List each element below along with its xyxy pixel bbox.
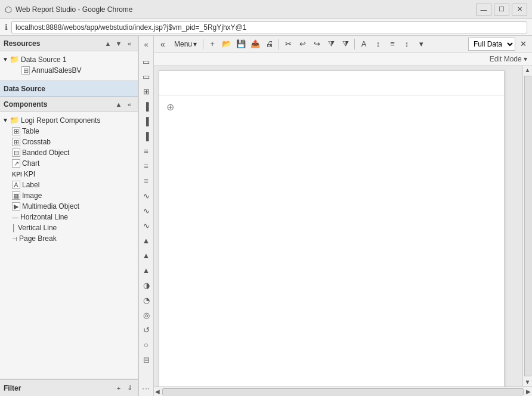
title-bar: ⬡ Web Report Studio - Google Chrome — ☐ …: [0, 0, 532, 19]
filter2-button[interactable]: ⧩: [339, 38, 352, 51]
toolbar-collapse-btn[interactable]: «: [156, 38, 169, 51]
component-hline-label: Horizontal Line: [20, 213, 68, 221]
component-hline[interactable]: — Horizontal Line: [0, 212, 138, 222]
component-banded-label: Banded Object: [22, 148, 69, 157]
vertical-scrollbar[interactable]: ▲ ▼: [522, 66, 532, 386]
component-table[interactable]: ⊞ Table: [0, 126, 138, 137]
filter1-button[interactable]: ⧩: [324, 38, 338, 51]
tool-refresh1-icon[interactable]: ↺: [139, 323, 153, 337]
print-button[interactable]: 🖨: [263, 38, 276, 51]
undo-button[interactable]: ↩: [296, 38, 309, 51]
save-button[interactable]: 💾: [234, 38, 248, 51]
components-tree: ▼ 📁 Logi Report Components ⊞ Table ⊞ Cro…: [0, 112, 138, 379]
tool-list1-icon[interactable]: ≡: [139, 144, 153, 158]
tool-bar3-icon[interactable]: ▐: [139, 129, 153, 143]
tool-area2-icon[interactable]: ▲: [139, 248, 153, 262]
tool-page-icon[interactable]: ▭: [139, 54, 153, 69]
annual-sales-item[interactable]: ⊞ AnnualSalesBV: [0, 65, 138, 76]
tool-area1-icon[interactable]: ▲: [139, 233, 153, 248]
component-crosstab[interactable]: ⊞ Crosstab: [0, 137, 138, 147]
menu-button[interactable]: Menu ▾: [171, 38, 200, 51]
tool-table-icon[interactable]: ⊞: [139, 84, 153, 98]
sep3: [354, 39, 355, 50]
resources-up-button[interactable]: ▲: [103, 39, 113, 48]
toolbar-close-btn[interactable]: ✕: [516, 38, 530, 51]
resources-header: Resources ▲ ▼ «: [0, 36, 138, 51]
folder-icon: 📁: [10, 55, 19, 64]
url-field[interactable]: localhost:8888/webos/app/webstudio/index…: [11, 21, 527, 33]
align-button[interactable]: ≡: [386, 38, 399, 51]
component-banded-object[interactable]: ⊟ Banded Object: [0, 147, 138, 158]
component-label[interactable]: A Label: [0, 180, 138, 190]
resources-down-button[interactable]: ▼: [114, 39, 123, 48]
component-multimedia-label: Multimedia Object: [22, 202, 79, 211]
distribute-button[interactable]: ↕: [400, 38, 413, 51]
h-scroll-track[interactable]: [162, 388, 524, 395]
scroll-track[interactable]: [524, 76, 531, 376]
tool-page2-icon[interactable]: ▭: [139, 69, 153, 83]
components-up-button[interactable]: ▲: [114, 100, 123, 109]
sort-button[interactable]: ↕: [372, 38, 385, 51]
data-source-section-title: Data Source: [4, 85, 45, 93]
tool-wave3-icon[interactable]: ∿: [139, 218, 153, 233]
canvas-area[interactable]: ⊕: [154, 66, 522, 386]
component-image-label: Image: [22, 191, 42, 200]
scroll-up-arrow[interactable]: ▲: [524, 66, 532, 75]
filter-title: Filter: [4, 384, 21, 392]
component-multimedia[interactable]: ▶ Multimedia Object: [0, 201, 138, 212]
vline-icon: │: [12, 224, 16, 231]
resources-tree: ▼ 📁 Data Source 1 ⊞ AnnualSalesBV: [0, 51, 138, 81]
scroll-down-arrow[interactable]: ▼: [524, 378, 532, 386]
scroll-right-arrow[interactable]: ▶: [525, 388, 532, 395]
more-button[interactable]: ▾: [415, 38, 428, 51]
add-button[interactable]: +: [206, 38, 219, 51]
cut-button[interactable]: ✂: [282, 38, 295, 51]
group-folder-icon: 📁: [10, 116, 19, 125]
components-collapse-button[interactable]: «: [125, 100, 134, 109]
open-button[interactable]: 📂: [220, 38, 233, 51]
group-expand-icon[interactable]: ▼: [2, 117, 10, 123]
maximize-button[interactable]: ☐: [494, 4, 509, 16]
horizontal-scrollbar[interactable]: ◀ ▶: [154, 386, 532, 396]
data-source-item[interactable]: ▼ 📁 Data Source 1: [0, 54, 138, 65]
label-icon: A: [12, 181, 20, 189]
tool-list2-icon[interactable]: ≡: [139, 159, 153, 173]
content-area: « Menu ▾ + 📂 💾 📤 🖨 ✂ ↩ ↪ ⧩ ⧩ A ↕ ≡ ↕ ▾: [154, 36, 532, 396]
tool-circle-icon[interactable]: ○: [139, 338, 153, 352]
component-kpi[interactable]: KPI KPI: [0, 169, 138, 180]
component-pagebreak[interactable]: ⊣ Page Break: [0, 233, 138, 244]
tool-pie3-icon[interactable]: ◎: [139, 308, 153, 322]
resources-collapse-button[interactable]: «: [125, 39, 134, 48]
tool-pie1-icon[interactable]: ◑: [139, 278, 153, 292]
tool-wave1-icon[interactable]: ∿: [139, 188, 153, 203]
filter-expand-button[interactable]: ⇓: [125, 383, 134, 393]
tool-bar2-icon[interactable]: ▐: [139, 114, 153, 128]
redo-button[interactable]: ↪: [310, 38, 323, 51]
filter-controls: + ⇓: [114, 383, 134, 393]
expand-icon[interactable]: ▼: [2, 56, 10, 63]
component-chart[interactable]: ↗ Chart: [0, 158, 138, 169]
tool-grid-icon[interactable]: ⊟: [139, 352, 153, 367]
logi-components-group[interactable]: ▼ 📁 Logi Report Components: [0, 115, 138, 126]
edit-mode-label[interactable]: Edit Mode ▾: [490, 55, 527, 63]
full-data-select[interactable]: Full Data: [468, 38, 515, 51]
add-cell-button[interactable]: ⊕: [164, 101, 176, 113]
tool-list3-icon[interactable]: ≡: [139, 174, 153, 188]
tool-area3-icon[interactable]: ▲: [139, 263, 153, 277]
minimize-button[interactable]: —: [476, 4, 491, 16]
tool-pie2-icon[interactable]: ◔: [139, 293, 153, 307]
export-button[interactable]: 📤: [249, 38, 262, 51]
scroll-left-arrow[interactable]: ◀: [154, 388, 161, 395]
multimedia-icon: ▶: [12, 202, 20, 211]
component-vline[interactable]: │ Vertical Line: [0, 222, 138, 233]
window-title: Web Report Studio - Google Chrome: [16, 5, 476, 14]
close-button[interactable]: ✕: [512, 4, 527, 16]
filter-add-button[interactable]: +: [114, 383, 123, 393]
more-tools-indicator[interactable]: ⋮: [140, 383, 153, 395]
component-table-label: Table: [22, 127, 39, 135]
tool-collapse-left[interactable]: «: [139, 37, 153, 51]
tool-wave2-icon[interactable]: ∿: [139, 203, 153, 218]
text-button[interactable]: A: [357, 38, 370, 51]
tool-bar1-icon[interactable]: ▐: [139, 99, 153, 113]
component-image[interactable]: ▦ Image: [0, 190, 138, 201]
